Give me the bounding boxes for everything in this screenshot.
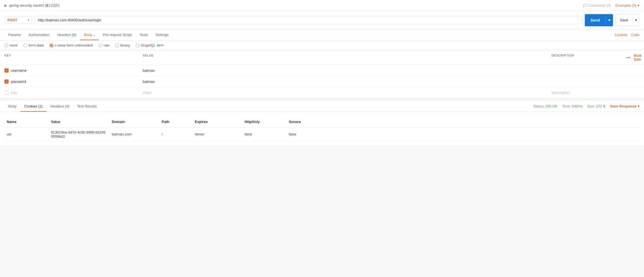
row1-value: batman bbox=[143, 68, 155, 73]
radio-form-data-label: form-data bbox=[28, 43, 44, 47]
cookie-path: / bbox=[159, 130, 193, 138]
row2-key-col: ✓ password bbox=[0, 77, 138, 86]
dots-icon[interactable]: ••• bbox=[626, 55, 631, 60]
response-meta: Status: 200 OK Time: 830ms Size: 272 B S… bbox=[533, 104, 640, 108]
response-tab-headers[interactable]: Headers (4) bbox=[46, 101, 73, 112]
comment-icon bbox=[583, 4, 587, 7]
headers-badge: (9) bbox=[72, 33, 76, 37]
collection-title: ▶ spring security oauth2 接口访问 bbox=[4, 3, 59, 8]
cookie-col-path-header: Path bbox=[159, 119, 193, 125]
row3-desc-col[interactable]: Description bbox=[547, 88, 630, 97]
row3-actions-col bbox=[630, 91, 644, 95]
row1-actions-col bbox=[630, 68, 644, 73]
radio-graphql[interactable]: GraphQL BETA bbox=[136, 43, 163, 47]
tab-body[interactable]: Body ● bbox=[80, 29, 99, 40]
radio-form-data[interactable]: form-data bbox=[23, 43, 44, 47]
code-link[interactable]: Code bbox=[631, 33, 640, 37]
status-prefix: Status: bbox=[533, 104, 546, 108]
save-response-button[interactable]: Save Response ▾ bbox=[610, 104, 640, 108]
row1-checkbox[interactable]: ✓ bbox=[4, 68, 9, 73]
top-bar: ▶ spring security oauth2 接口访问 Comments (… bbox=[0, 0, 644, 11]
radio-binary-circle bbox=[115, 43, 119, 47]
tab-headers[interactable]: Headers (9) bbox=[53, 29, 80, 40]
arrow-icon: ▶ bbox=[4, 3, 7, 7]
row3-key-placeholder[interactable]: Key bbox=[11, 91, 17, 95]
row3-value-col[interactable]: Value bbox=[138, 88, 547, 97]
cookie-name: uid bbox=[4, 130, 49, 138]
time-label: Time: 830ms bbox=[562, 104, 583, 108]
send-arrow-icon[interactable]: ▾ bbox=[605, 16, 613, 24]
radio-binary[interactable]: binary bbox=[115, 43, 130, 47]
radio-none-circle bbox=[4, 43, 8, 47]
tab-pre-request[interactable]: Pre-request Script bbox=[99, 29, 136, 40]
comments-link[interactable]: Comments (0) bbox=[583, 3, 611, 7]
response-tab-body[interactable]: Body bbox=[4, 101, 20, 112]
row1-desc-col bbox=[547, 68, 630, 73]
tabs-right: Cookies Code bbox=[615, 33, 640, 37]
cookie-secure: false bbox=[287, 130, 320, 138]
time-value: 830ms bbox=[572, 104, 583, 108]
row3-checkbox[interactable] bbox=[4, 91, 9, 95]
radio-none[interactable]: none bbox=[4, 43, 18, 47]
cookies-link[interactable]: Cookies bbox=[615, 33, 628, 37]
cookie-col-name-header: Name bbox=[4, 119, 49, 125]
table-row: ✓ password batman bbox=[0, 76, 644, 87]
radio-urlencoded-label: x-www-form-urlencoded bbox=[55, 43, 93, 47]
save-arrow-icon[interactable]: ▾ bbox=[633, 16, 639, 24]
cookie-expires: Never bbox=[193, 130, 242, 138]
table-row-empty: Key Value Description bbox=[0, 87, 644, 98]
send-button[interactable]: Send ▾ bbox=[585, 14, 613, 26]
method-select[interactable]: POST ▾ bbox=[4, 16, 32, 24]
request-tabs: Params Authorization Headers (9) Body ● … bbox=[0, 29, 644, 40]
row1-value-col: batman bbox=[138, 66, 547, 75]
url-input[interactable] bbox=[34, 16, 583, 24]
collection-name: spring security oauth2 接口访问 bbox=[9, 3, 59, 8]
cookie-col-secure-header: Secure bbox=[287, 119, 320, 125]
checkmark-icon: ✓ bbox=[6, 80, 8, 83]
row2-actions-col bbox=[630, 79, 644, 84]
table-row: ✓ username batman bbox=[0, 65, 644, 76]
cookie-httponly: false bbox=[242, 130, 287, 138]
row3-key-col: Key bbox=[0, 88, 138, 97]
save-response-arrow-icon: ▾ bbox=[638, 104, 640, 108]
cookie-table: Name Value Domain Path Expires HttpOnly … bbox=[0, 112, 644, 146]
save-button[interactable]: Save ▾ bbox=[615, 14, 640, 26]
row2-checkbox[interactable]: ✓ bbox=[4, 79, 9, 84]
response-tab-cookies[interactable]: Cookies (1) bbox=[20, 101, 46, 112]
radio-raw[interactable]: raw bbox=[98, 43, 110, 47]
row2-value: batman bbox=[143, 79, 155, 84]
beta-badge: BETA bbox=[157, 44, 163, 47]
row1-key: username bbox=[11, 68, 27, 73]
radio-binary-label: binary bbox=[120, 43, 130, 47]
col-actions-header: ••• Bulk Edit bbox=[630, 53, 644, 63]
tab-authorization[interactable]: Authorization bbox=[25, 29, 53, 40]
col-desc-header: DESCRIPTION bbox=[547, 53, 630, 63]
tab-params[interactable]: Params bbox=[4, 29, 25, 40]
chevron-down-icon: ▾ bbox=[638, 3, 640, 7]
url-bar: POST ▾ Send ▾ Save ▾ bbox=[0, 11, 644, 29]
cookie-row: uid 813619ea-dd7e-4c6b-9966-bb2460006bd2… bbox=[4, 127, 640, 141]
examples-link[interactable]: Examples (0) ▾ bbox=[615, 3, 640, 7]
cookie-col-httponly-header: HttpOnly bbox=[242, 119, 287, 125]
row3-desc-placeholder: Description bbox=[552, 91, 570, 95]
cookie-table-header: Name Value Domain Path Expires HttpOnly … bbox=[4, 116, 640, 127]
cookie-col-expires-header: Expires bbox=[193, 119, 242, 125]
row2-key: password bbox=[11, 79, 26, 84]
radio-urlencoded-circle bbox=[50, 43, 53, 47]
table-header: KEY VALUE DESCRIPTION ••• Bulk Edit bbox=[0, 50, 644, 65]
radio-urlencoded[interactable]: x-www-form-urlencoded bbox=[50, 43, 93, 47]
checkmark-icon: ✓ bbox=[6, 69, 8, 72]
tab-tests[interactable]: Tests bbox=[136, 29, 152, 40]
radio-raw-circle bbox=[98, 43, 102, 47]
params-table: KEY VALUE DESCRIPTION ••• Bulk Edit ✓ us… bbox=[0, 50, 644, 99]
save-response-label: Save Response bbox=[610, 104, 637, 108]
radio-none-label: none bbox=[10, 43, 18, 47]
tab-settings[interactable]: Settings bbox=[152, 29, 173, 40]
method-chevron-icon: ▾ bbox=[28, 19, 29, 22]
col-value-header: VALUE bbox=[138, 53, 547, 63]
bulk-edit-button[interactable]: Bulk Edit bbox=[634, 54, 642, 61]
cookie-value: 813619ea-dd7e-4c6b-9966-bb2460006bd2 bbox=[49, 128, 110, 141]
response-tab-test-results[interactable]: Test Results bbox=[73, 101, 101, 112]
response-tabs: Body Cookies (1) Headers (4) Test Result… bbox=[0, 101, 644, 112]
status-label: Status: 200 OK bbox=[533, 104, 558, 108]
